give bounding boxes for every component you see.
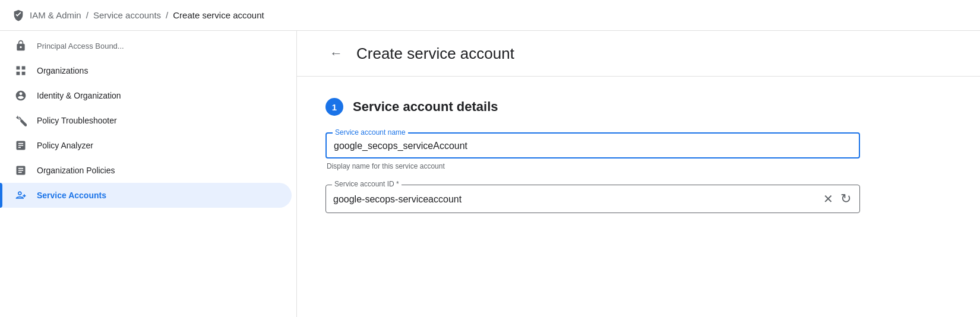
main-wrapper: Principal Access Bound... Organizations … bbox=[0, 31, 980, 317]
service-account-id-label: Service account ID * bbox=[332, 180, 402, 188]
breadcrumb-bar: IAM & Admin / Service accounts / Create … bbox=[0, 0, 980, 31]
sidebar-item-org-policies[interactable]: Organization Policies bbox=[0, 158, 292, 183]
sidebar-item-policy-troubleshooter[interactable]: Policy Troubleshooter bbox=[0, 108, 292, 133]
sidebar-label-service-accounts: Service Accounts bbox=[37, 191, 106, 200]
page-header: ← Create service account bbox=[297, 31, 980, 77]
article-icon bbox=[14, 164, 27, 177]
service-account-name-input[interactable] bbox=[334, 138, 852, 153]
section-title: Service account details bbox=[353, 99, 498, 115]
service-account-name-group: Service account name Display name for th… bbox=[325, 132, 860, 170]
sidebar: Principal Access Bound... Organizations … bbox=[0, 31, 297, 317]
service-account-name-wrapper: Service account name bbox=[325, 132, 860, 158]
breadcrumb-service-accounts[interactable]: Service accounts bbox=[93, 10, 161, 20]
breadcrumb-iam[interactable]: IAM & Admin bbox=[30, 10, 81, 20]
service-account-name-label: Service account name bbox=[333, 128, 408, 137]
person-lock-icon bbox=[14, 39, 27, 52]
sidebar-label-principal: Principal Access Bound... bbox=[37, 42, 124, 50]
sidebar-item-organizations[interactable]: Organizations bbox=[0, 58, 292, 83]
content-area: ← Create service account 1 Service accou… bbox=[297, 31, 980, 317]
service-account-id-group: Service account ID * ✕ ↻ bbox=[325, 185, 860, 213]
service-account-name-hint: Display name for this service account bbox=[325, 162, 860, 170]
breadcrumb-sep-2: / bbox=[166, 10, 168, 20]
service-account-id-row: ✕ ↻ bbox=[333, 190, 852, 208]
service-account-id-wrapper: Service account ID * ✕ ↻ bbox=[325, 185, 860, 213]
list-alt-icon bbox=[14, 139, 27, 152]
sidebar-label-organizations: Organizations bbox=[37, 66, 88, 75]
back-button[interactable]: ← bbox=[325, 43, 347, 64]
wrench-icon bbox=[14, 114, 27, 127]
page-title: Create service account bbox=[356, 45, 514, 63]
step-circle: 1 bbox=[325, 98, 343, 116]
service-account-id-input[interactable] bbox=[333, 192, 817, 206]
sidebar-item-identity-org[interactable]: Identity & Organization bbox=[0, 83, 292, 108]
sidebar-label-policy-troubleshooter: Policy Troubleshooter bbox=[37, 116, 117, 125]
clear-id-button[interactable]: ✕ bbox=[822, 191, 834, 207]
breadcrumb-sep-1: / bbox=[86, 10, 88, 20]
sidebar-item-principal-access[interactable]: Principal Access Bound... bbox=[0, 33, 292, 58]
sidebar-label-org-policies: Organization Policies bbox=[37, 166, 115, 175]
manage-accounts-icon bbox=[14, 189, 27, 202]
section-header: 1 Service account details bbox=[325, 98, 951, 116]
sidebar-label-policy-analyzer: Policy Analyzer bbox=[37, 141, 93, 150]
sidebar-item-service-accounts[interactable]: Service Accounts bbox=[0, 183, 292, 208]
table-chart-icon bbox=[14, 64, 27, 77]
form-area: 1 Service account details Service accoun… bbox=[297, 77, 980, 317]
sidebar-item-policy-analyzer[interactable]: Policy Analyzer bbox=[0, 133, 292, 158]
refresh-id-button[interactable]: ↻ bbox=[839, 190, 852, 208]
breadcrumb-create: Create service account bbox=[173, 10, 264, 20]
sidebar-label-identity: Identity & Organization bbox=[37, 91, 121, 100]
account-circle-icon bbox=[14, 89, 27, 102]
shield-icon bbox=[12, 9, 25, 22]
